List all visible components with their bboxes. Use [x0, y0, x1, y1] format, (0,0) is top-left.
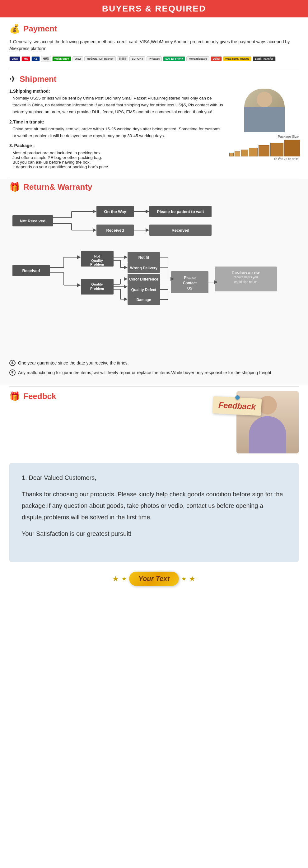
warranty-title-row: 🎁 Return& Warranty: [9, 182, 299, 192]
svg-text:Quality: Quality: [91, 282, 103, 286]
svg-marker-4: [93, 210, 96, 213]
received-bottom-label: Received: [22, 269, 40, 273]
logo-ae: AE: [31, 56, 40, 61]
not-received-label: Not Received: [20, 219, 45, 223]
page-title: BUYERS & REQUIRED: [0, 4, 308, 14]
feedback-image-area: Feedback: [212, 391, 299, 460]
transit-text: China post air mail normally item will a…: [9, 126, 224, 140]
svg-rect-69: [215, 267, 277, 291]
payment-title-row: 💰 Payment: [9, 24, 299, 34]
logo-qiwi: QIWI: [72, 56, 83, 61]
flowchart-svg: Not Received On the Way Please be patien…: [9, 196, 296, 352]
logo-webmoney: WebMoney: [52, 56, 71, 61]
feedback-top-row: 🎁 Feedbck Feedback: [9, 391, 299, 460]
person-image: [244, 89, 285, 132]
svg-marker-52: [124, 297, 128, 301]
svg-marker-12: [93, 228, 96, 232]
payment-description: 1.Generally, we accept the following pay…: [9, 38, 299, 52]
logo-mc: MC: [22, 56, 30, 61]
note-text-2: Any malfunctioning for gurantee items, w…: [18, 369, 273, 376]
feedback-card-text: Feedback: [218, 400, 256, 411]
not-fit-label: Not fit: [138, 255, 149, 260]
svg-text:Contact: Contact: [183, 281, 197, 285]
svg-text:Problem: Problem: [90, 287, 104, 290]
svg-text:requirements you: requirements you: [234, 276, 257, 279]
shipment-image-col: Package Size 1# 1½# 2# 3# 4# 5#: [230, 89, 299, 169]
feedback-salutation: 1. Dear Valued Customers,: [22, 472, 286, 484]
svg-text:Quality: Quality: [91, 259, 103, 262]
warranty-section: 🎁 Return& Warranty Not Received On the W…: [0, 179, 308, 385]
logo-barcode: |||||||||: [117, 56, 128, 61]
feedback-left: 🎁 Feedbck: [9, 391, 205, 406]
warranty-notes: ① One year guarantee since the date you …: [9, 360, 299, 376]
svg-marker-47: [124, 285, 128, 289]
airplane-icon: ✈: [9, 74, 17, 84]
svg-text:Problem: Problem: [90, 262, 104, 266]
shipment-text-col: 1.Shipping method: Normally US$5 or less…: [9, 89, 224, 169]
custom-text-section: ★ ★ Your Text ★ ★: [0, 568, 308, 592]
boxes-visual: [229, 140, 300, 156]
package-size-label: Package Size: [278, 135, 299, 138]
feedback-heading: Feedbck: [23, 392, 56, 401]
feedback-card: Feedback: [213, 396, 262, 416]
feedback-closing: Your Satisfaction is our greatest pursui…: [22, 528, 286, 539]
svg-marker-21: [77, 255, 81, 259]
star-right-2: ★: [189, 575, 196, 583]
received-mid-label: Received: [106, 228, 124, 232]
damage-label: Damage: [136, 298, 151, 302]
payment-icon: 💰: [9, 24, 20, 34]
box-xs: [229, 153, 234, 156]
transit-heading: 2.Time in transit:: [9, 119, 224, 124]
logo-sdfort: SDFORT: [129, 56, 145, 61]
star-right-1: ★: [181, 575, 186, 582]
logo-privat: Privat24: [147, 56, 162, 61]
package-text3: But you can ask us before having the box…: [9, 160, 224, 164]
box-size-numbers: 1# 1½# 2# 3# 4# 5#: [274, 157, 299, 160]
box-xl: [258, 145, 270, 156]
star-left-2: ★: [122, 575, 127, 582]
box-xxl: [270, 143, 283, 156]
feedback-section: 🎁 Feedbck Feedback: [0, 388, 308, 460]
wrong-delivery-label: Wrong Delivery: [130, 266, 157, 270]
svg-marker-25: [77, 283, 81, 287]
payment-section: 💰 Payment 1.Generally, we accept the fol…: [0, 18, 308, 67]
logo-visa: VISA: [9, 56, 20, 61]
logo-mercado: mercadopago: [186, 56, 209, 61]
note-text-1: One year guarantee since the date you re…: [18, 360, 129, 366]
note-num-1: ①: [9, 360, 16, 366]
svg-text:US: US: [187, 286, 192, 290]
logo-bt: Bank Transfer: [253, 56, 276, 61]
svg-text:could also tell us: could also tell us: [234, 280, 257, 284]
svg-marker-44: [124, 277, 128, 281]
feedback-title-row: 🎁 Feedbck: [9, 391, 205, 402]
flowchart: Not Received On the Way Please be patien…: [9, 196, 299, 353]
logo-wu: WESTERN UNION: [223, 56, 251, 61]
custom-badge: Your Text: [129, 571, 179, 586]
shipment-body: 1.Shipping method: Normally US$5 or less…: [9, 89, 299, 169]
note-num-2: ②: [9, 369, 16, 376]
feedback-icon: 🎁: [9, 391, 20, 402]
box-sm: [235, 151, 240, 156]
feedback-body: Thanks for choosing our products. Please…: [22, 489, 286, 523]
box-md: [241, 150, 248, 156]
svg-marker-15: [146, 228, 149, 232]
svg-marker-39: [124, 266, 128, 269]
custom-text: Your Text: [138, 575, 170, 583]
shipment-title-row: ✈ Shipment: [9, 74, 299, 84]
method-text: Normally US$5 or less will be sent by Ch…: [9, 95, 224, 116]
payment-logos-row: VISA MC AE 银联 WebMoney QIWI Мобильный ра…: [9, 56, 299, 62]
package-text4: It depends on your quantities or packing…: [9, 164, 224, 169]
package-text1: Most of product are not included in pack…: [9, 151, 224, 155]
box-xxxl: [284, 140, 300, 156]
logo-mobile: Мобильный расчет: [84, 56, 116, 61]
quality-defect-label: Quality Defect: [131, 288, 156, 292]
logo-safetypay: SAFETY♦PAY: [163, 56, 185, 61]
star-badge-container: ★ ★ Your Text ★ ★: [112, 571, 196, 586]
warranty-icon: 🎁: [9, 182, 20, 192]
svg-text:Please: Please: [184, 276, 196, 280]
warranty-heading: Return& Warranty: [23, 182, 92, 192]
divider-1: [9, 69, 299, 69]
warranty-note-1: ① One year guarantee since the date you …: [9, 360, 299, 366]
push-pin: [235, 395, 240, 400]
divider-2: [9, 177, 299, 177]
